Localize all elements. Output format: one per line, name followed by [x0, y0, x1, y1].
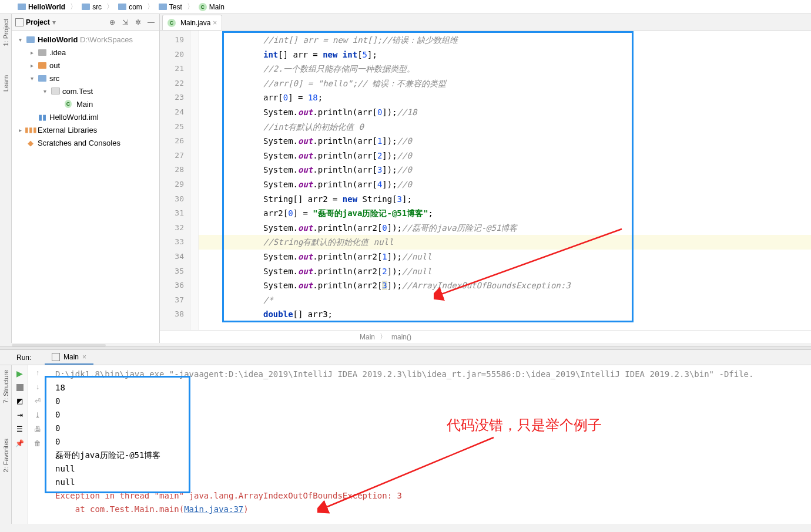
- console[interactable]: D:\jdk1.8\bin\java.exe "-javaagent:D:\id…: [47, 365, 811, 524]
- layout-icon[interactable]: ☰: [16, 425, 23, 433]
- gutter[interactable]: 1920212223242526272829303132333435363738: [160, 31, 190, 330]
- close-icon[interactable]: ×: [213, 19, 217, 27]
- editor: CMain.java × 192021222324252627282930313…: [160, 14, 811, 343]
- settings-icon[interactable]: ✲: [133, 18, 143, 27]
- stop-icon[interactable]: [16, 384, 24, 391]
- trash-icon[interactable]: 🗑: [34, 439, 41, 447]
- crumb-root[interactable]: HelloWorld: [14, 3, 69, 11]
- locate-icon[interactable]: ⊕: [108, 18, 117, 27]
- annotation-text: 代码没错，只是举个例子: [447, 418, 602, 432]
- sidebar-structure[interactable]: 7: Structure: [2, 370, 9, 403]
- run-tab[interactable]: Main ×: [45, 351, 93, 365]
- crumb-src[interactable]: src: [78, 3, 105, 11]
- crumb-main[interactable]: CMain: [195, 3, 228, 11]
- wrap-icon[interactable]: ⏎: [35, 397, 41, 405]
- sidebar-favorites[interactable]: 2: Favorites: [2, 439, 9, 472]
- project-tool-window: Project ▾ ⊕ ⇲ ✲ — ▾HelloWorld D:\WorkSpa…: [12, 14, 160, 343]
- down-icon[interactable]: ↓: [36, 383, 39, 391]
- crumb-com[interactable]: com: [115, 3, 146, 11]
- project-tree[interactable]: ▾HelloWorld D:\WorkSpaces ▸.idea ▸out ▾s…: [12, 31, 159, 151]
- rerun-icon[interactable]: ▶: [16, 369, 23, 378]
- print-icon[interactable]: 🖶: [34, 425, 41, 433]
- hide-icon[interactable]: —: [146, 18, 156, 27]
- up-icon[interactable]: ↑: [36, 369, 39, 377]
- breadcrumb-bar: HelloWorld 〉 src 〉 com 〉 Test 〉 CMain: [0, 0, 811, 14]
- pin-icon[interactable]: 📌: [15, 439, 24, 447]
- editor-breadcrumb[interactable]: Main〉main(): [160, 330, 811, 343]
- close-icon[interactable]: ×: [82, 353, 86, 361]
- editor-tab[interactable]: CMain.java ×: [162, 15, 222, 30]
- tool-window-bar-left: 1: Project Learn: [0, 14, 12, 343]
- crumb-test[interactable]: Test: [155, 3, 186, 11]
- sidebar-learn[interactable]: Learn: [2, 75, 9, 92]
- code[interactable]: //int[] arr = new int[];//错误：缺少数组维 int[]…: [199, 31, 811, 330]
- run-label: Run:: [16, 353, 31, 362]
- sidebar-project[interactable]: 1: Project: [2, 19, 9, 46]
- expand-icon[interactable]: ⇲: [120, 18, 130, 27]
- panel-title[interactable]: Project ▾: [15, 18, 108, 26]
- exit-icon[interactable]: ⇥: [17, 411, 23, 419]
- camera-icon[interactable]: ◩: [16, 397, 23, 405]
- run-toolbar: ▶ ◩ ⇥ ☰ 📌: [12, 365, 28, 524]
- scroll-icon[interactable]: ⤓: [35, 411, 41, 419]
- run-tool-window: Run: Main × 7: Structure 2: Favorites ▶ …: [0, 350, 811, 524]
